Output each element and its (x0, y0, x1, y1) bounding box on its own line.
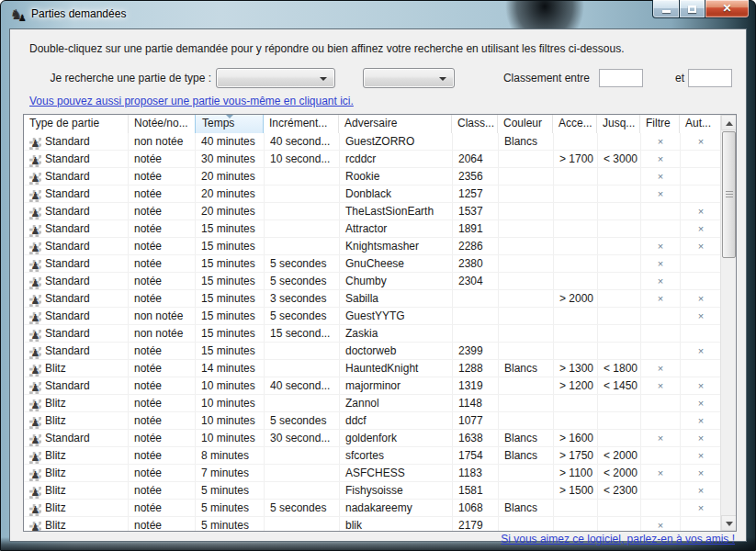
game-type-text: Blitz (45, 484, 66, 497)
table-row[interactable]: ♟Standardnon notée15 minutes15 second...… (24, 325, 722, 343)
table-row[interactable]: ♟Standardnon notée40 minutes40 second...… (24, 133, 722, 151)
column-header-type[interactable]: Type de partie (24, 115, 129, 133)
rating-min-input[interactable] (599, 69, 643, 87)
cell-auto (681, 151, 722, 167)
cell-type: ♟Standard (24, 308, 129, 324)
cell-increment: 5 secondes (265, 255, 340, 272)
table-row[interactable]: ♟Standardnotée20 minutesRookie2356× (24, 168, 722, 186)
cell-increment (265, 395, 340, 411)
minimize-button[interactable] (652, 0, 680, 18)
chess-pawn-icon: ♟ (29, 487, 41, 499)
table-row[interactable]: ♟Standardnotée10 minutes40 second...majo… (24, 377, 722, 395)
game-type-text: Standard (45, 205, 90, 218)
chess-pawn-icon: ♟ (29, 190, 41, 202)
titlebar: ♞♟ Parties demandées ✕ (1, 1, 755, 28)
table-row[interactable]: ♟Blitznotée7 minutesASFCHESS1183> 1100< … (24, 465, 722, 482)
chess-pawn-icon: ♟ (29, 155, 41, 167)
table-row[interactable]: ♟Standardnotée15 minutesdoctorweb2399× (24, 343, 722, 360)
cell-rating: 2286 (453, 238, 499, 254)
cell-rating: 1257 (453, 186, 499, 202)
column-header-time[interactable]: Temps (195, 115, 264, 133)
dialog-client-area: Double-cliquez sur une partie demandée p… (9, 28, 747, 542)
table-row[interactable]: ♟Standardnotée15 minutes5 secondesGnuChe… (24, 255, 722, 273)
game-type-text: Blitz (45, 414, 66, 427)
table-row[interactable]: ♟Blitznotée10 minutes5 secondesddcf1077× (24, 412, 722, 430)
column-header-increment[interactable]: Incrément... (264, 115, 339, 133)
chess-pawn-icon: ♟ (29, 417, 41, 429)
table-row[interactable]: ♟Standardnotée20 minutesDonblack1257× (24, 186, 722, 203)
column-header-opponent[interactable]: Adversaire (339, 115, 452, 133)
game-type-select[interactable] (216, 68, 335, 88)
scroll-up-button[interactable] (721, 115, 737, 130)
table-row[interactable]: ♟Standardnotée15 minutes3 secondesSabill… (24, 290, 722, 308)
table-row[interactable]: ♟Standardnotée15 minutesAttractor1891× (24, 220, 722, 238)
cell-type: ♟Blitz (24, 465, 129, 481)
chess-pawn-icon: ♟ (29, 312, 41, 324)
cell-auto: × (681, 447, 722, 464)
maximize-button[interactable] (680, 0, 705, 18)
cell-rating (453, 133, 499, 150)
propose-game-link[interactable]: Vous pouvez aussi proposer une partie vo… (29, 95, 354, 107)
table-row[interactable]: ♟Blitznotée8 minutessfcortes1754Blancs> … (24, 447, 722, 465)
column-header-rated[interactable]: Notée/no... (129, 115, 196, 133)
cell-rating: 1581 (453, 482, 499, 499)
scroll-down-button[interactable] (721, 515, 737, 531)
table-row[interactable]: ♟Standardnotée20 minutesTheLastSionEarth… (24, 203, 722, 220)
table-row[interactable]: ♟Standardnon notée15 minutes5 secondesGu… (24, 308, 722, 325)
cell-above (554, 255, 598, 272)
cell-rated: notée (129, 360, 196, 377)
cell-above: > 1750 (554, 447, 598, 464)
column-header-above[interactable]: Acce... (553, 115, 597, 133)
cell-opponent: Knightsmasher (340, 238, 453, 254)
table-row[interactable]: ♟Standardnotée10 minutes30 second...gold… (24, 430, 722, 447)
close-button[interactable]: ✕ (705, 0, 750, 18)
cell-above: > 1100 (554, 465, 598, 481)
cell-type: ♟Standard (24, 220, 129, 237)
cell-above (554, 168, 598, 185)
cell-auto (681, 255, 722, 272)
cell-rating: 2179 (453, 517, 499, 532)
cell-rating: 1891 (453, 220, 499, 237)
app-chess-icon: ♞♟ (10, 6, 27, 23)
column-header-color[interactable]: Couleur (498, 115, 553, 133)
cell-filter: × (641, 360, 681, 377)
table-row[interactable]: ♟Standardnotée15 minutes5 secondesChumby… (24, 273, 722, 290)
cell-upto: < 2000 (598, 447, 641, 464)
game-type-text: Standard (45, 257, 90, 270)
table-row[interactable]: ♟Blitznotée14 minutesHauntedKnight1288Bl… (24, 360, 722, 377)
share-with-friends-link[interactable]: Si vous aimez ce logiciel, parlez-en à v… (501, 533, 735, 545)
cell-increment (265, 482, 340, 499)
cell-upto (598, 220, 641, 237)
cell-time: 30 minutes (196, 151, 265, 167)
maximize-icon (688, 6, 696, 13)
rating-max-input[interactable] (688, 69, 732, 87)
cell-color: Blancs (499, 430, 554, 446)
table-row[interactable]: ♟Standardnotée15 minutesKnightsmasher228… (24, 238, 722, 255)
table-row[interactable]: ♟Standardnotée30 minutes10 second...rcdd… (24, 151, 722, 168)
column-header-rating[interactable]: Class... (452, 115, 498, 133)
cell-time: 10 minutes (196, 395, 265, 411)
cell-rating: 1319 (453, 377, 499, 394)
column-header-auto[interactable]: Aut... (680, 115, 721, 133)
game-type-text: Blitz (45, 362, 66, 375)
table-row[interactable]: ♟Blitznotée10 minutesZannol1148× (24, 395, 722, 412)
cell-rated: notée (129, 238, 196, 254)
cell-rated: non notée (129, 325, 196, 342)
column-header-label: Couleur (503, 117, 542, 129)
column-header-upto[interactable]: Jusq... (597, 115, 640, 133)
cell-color (499, 255, 554, 272)
game-type-text: Standard (45, 432, 90, 444)
table-row[interactable]: ♟Blitznotée5 minutes5 secondesnadakareem… (24, 500, 722, 517)
scrollbar-thumb[interactable] (722, 131, 736, 258)
chess-pawn-icon: ♟ (29, 277, 41, 289)
cell-above: > 1200 (554, 377, 598, 394)
cell-time: 5 minutes (196, 482, 265, 499)
game-type-text: Blitz (45, 397, 66, 410)
cell-above (554, 220, 598, 237)
vertical-scrollbar[interactable] (720, 115, 736, 531)
table-row[interactable]: ♟Blitznotée5 minutesFishysoisse1581> 150… (24, 482, 722, 500)
column-header-filter[interactable]: Filtre (640, 115, 680, 133)
game-subtype-select[interactable] (363, 68, 455, 88)
table-row[interactable]: ♟Blitznotée5 minutesblik2179× (24, 517, 722, 532)
cell-type: ♟Standard (24, 238, 129, 254)
